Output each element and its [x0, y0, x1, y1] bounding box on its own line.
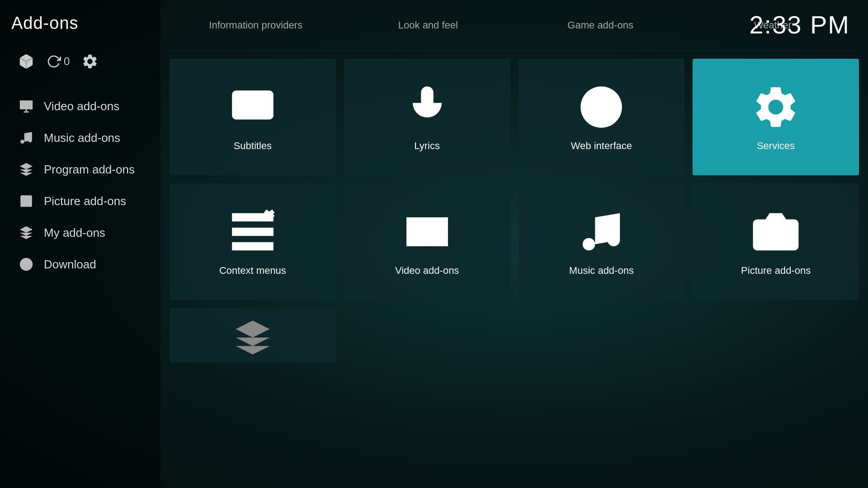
toolbar: 0: [11, 51, 147, 72]
main-content: Information providers Look and feel Game…: [160, 0, 868, 488]
sidebar-item-video-addons[interactable]: Video add-ons: [11, 92, 147, 120]
grid-item-picture-addons[interactable]: Picture add-ons: [693, 183, 859, 300]
sidebar-item-download[interactable]: Download: [11, 250, 147, 278]
update-count: 0: [64, 55, 70, 68]
grid-item-partial[interactable]: [170, 308, 336, 362]
app-title: Add-ons: [11, 14, 147, 33]
svg-rect-25: [406, 230, 413, 236]
grid-item-services[interactable]: Services: [693, 59, 859, 175]
grid-label-web-interface: Web interface: [571, 140, 632, 152]
grid-item-subtitles[interactable]: Subtitles: [170, 59, 336, 175]
grid-label-context-menus: Context menus: [219, 265, 286, 277]
svg-rect-28: [442, 230, 448, 236]
settings-toolbar-icon[interactable]: [80, 51, 100, 72]
cat-game-addons[interactable]: Game add-ons: [514, 0, 687, 51]
addon-icon[interactable]: [16, 51, 37, 72]
grid-label-music-addons: Music add-ons: [569, 265, 634, 277]
sidebar-label-video-addons: Video add-ons: [44, 99, 119, 113]
svg-point-34: [583, 238, 595, 251]
svg-rect-26: [406, 242, 413, 246]
addons-grid: Subtitles Lyrics Web interface: [170, 51, 859, 300]
update-badge[interactable]: 0: [47, 54, 70, 69]
svg-point-36: [768, 225, 784, 242]
sidebar-label-music-addons: Music add-ons: [44, 131, 120, 145]
sidebar-nav: Video add-ons Music add-ons Program add-…: [11, 92, 147, 278]
svg-rect-29: [442, 242, 448, 246]
svg-rect-1: [20, 100, 33, 109]
svg-rect-20: [232, 242, 274, 250]
grid-label-subtitles: Subtitles: [234, 140, 272, 152]
svg-point-7: [23, 198, 25, 200]
sidebar: Add-ons 0 Video a: [0, 0, 160, 488]
grid-item-video-addons[interactable]: Video add-ons: [344, 183, 510, 300]
cat-information-providers[interactable]: Information providers: [170, 0, 342, 51]
grid-label-picture-addons: Picture add-ons: [741, 265, 811, 277]
svg-rect-19: [232, 228, 274, 236]
sidebar-label-program-addons: Program add-ons: [44, 163, 135, 177]
sidebar-label-my-addons: My add-ons: [44, 226, 105, 240]
sidebar-item-music-addons[interactable]: Music add-ons: [11, 124, 147, 152]
sidebar-label-download: Download: [44, 258, 96, 272]
cat-look-and-feel[interactable]: Look and feel: [342, 0, 514, 51]
clock: 2:33 PM: [749, 10, 850, 39]
svg-point-5: [28, 138, 32, 142]
svg-rect-24: [406, 217, 413, 224]
sidebar-label-picture-addons: Picture add-ons: [44, 194, 126, 208]
grid-item-music-addons[interactable]: Music add-ons: [519, 183, 685, 300]
sidebar-item-picture-addons[interactable]: Picture add-ons: [11, 187, 147, 215]
grid-label-video-addons: Video add-ons: [395, 265, 459, 277]
grid-item-web-interface[interactable]: Web interface: [519, 59, 685, 175]
grid-item-lyrics[interactable]: Lyrics: [344, 59, 510, 175]
grid-item-context-menus[interactable]: Context menus: [170, 183, 336, 300]
sidebar-item-my-addons[interactable]: My add-ons: [11, 219, 147, 247]
svg-point-4: [20, 140, 24, 144]
svg-rect-23: [406, 217, 448, 246]
sidebar-item-program-addons[interactable]: Program add-ons: [11, 155, 147, 183]
grid-label-lyrics: Lyrics: [414, 140, 440, 152]
svg-rect-27: [442, 217, 448, 224]
grid-label-services: Services: [757, 140, 795, 152]
svg-point-35: [608, 234, 620, 247]
